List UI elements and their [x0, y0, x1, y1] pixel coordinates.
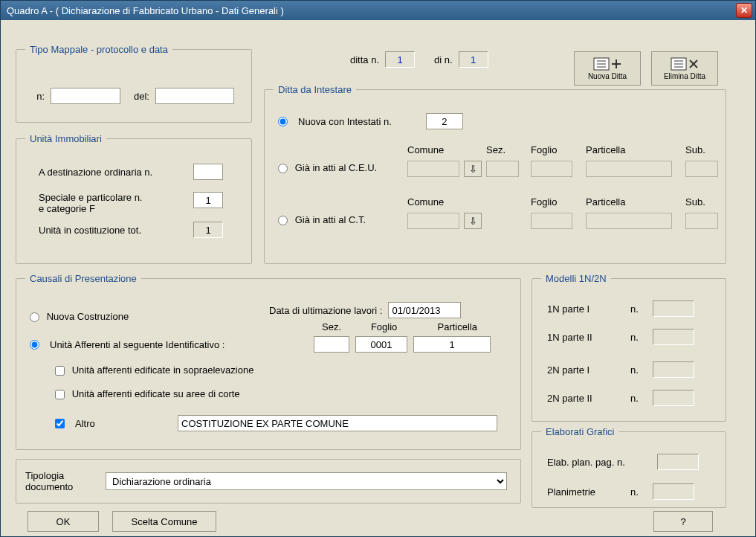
- elab-v1: [657, 454, 699, 470]
- top-buttons: Nuova Ditta Elimina Ditta: [574, 51, 718, 86]
- elaborati-legend: Elaborati Grafici: [541, 426, 618, 437]
- hdr-part-1: Particella: [586, 144, 625, 155]
- hdr-comune-1: Comune: [407, 144, 444, 155]
- modelli-n2: n.: [630, 332, 647, 343]
- chk-sopraelevazione[interactable]: [55, 366, 65, 376]
- tipo-n-input[interactable]: [51, 88, 120, 104]
- ceu-lookup-button[interactable]: ⇩: [464, 161, 482, 177]
- nuova-ditta-button[interactable]: Nuova Ditta: [574, 51, 641, 86]
- modelli-r1: 1N parte I: [547, 303, 624, 315]
- chk-aree-corte[interactable]: [55, 390, 65, 399]
- ditta-numbers: ditta n. di n.: [350, 51, 488, 68]
- modelli-v4: [653, 390, 694, 406]
- modelli-r3: 2N parte I: [547, 364, 624, 376]
- hdr-foglio-2: Foglio: [531, 196, 557, 208]
- radio-unita-afferenti[interactable]: [30, 340, 39, 350]
- gia-ct-label: Già in atti al C.T.: [295, 214, 366, 225]
- hdr-sub-1: Sub.: [685, 144, 705, 155]
- window: Quadro A - ( Dichiarazione di Fabbricato…: [0, 0, 756, 537]
- nuova-ditta-icon: [593, 57, 621, 71]
- gia-ceu-label: Già in atti al C.E.U.: [295, 162, 378, 173]
- radio-gia-ct[interactable]: [278, 216, 288, 225]
- speciale-label2: e categorie F: [39, 203, 95, 214]
- ceu-sub: [685, 161, 718, 177]
- di-n-value: [459, 51, 488, 68]
- ct-lookup-button[interactable]: ⇩: [464, 213, 482, 229]
- tipologia-label: Tipologia: [25, 470, 64, 481]
- elaborati-group: Elaborati Grafici Elab. plan. pag. n. Pl…: [532, 426, 726, 508]
- altro-input[interactable]: [178, 415, 497, 431]
- elimina-ditta-button[interactable]: Elimina Ditta: [651, 51, 718, 86]
- titlebar: Quadro A - ( Dichiarazione di Fabbricato…: [1, 1, 755, 20]
- unita-immobiliari-group: Unità Immobiliari A destinazione ordinar…: [16, 133, 252, 264]
- particella-input[interactable]: [413, 336, 491, 353]
- modelli-n4: n.: [630, 393, 647, 404]
- nuova-intestati-label: Nuova con Intestati n.: [298, 116, 392, 127]
- elab-v2: [653, 483, 694, 500]
- elab-r2: Planimetrie: [547, 486, 624, 498]
- unita-afferenti-label: Unità Afferenti al seguente Identificati…: [50, 339, 224, 350]
- modelli-n3: n.: [630, 364, 647, 376]
- ct-part: [586, 213, 672, 229]
- close-button[interactable]: ✕: [736, 3, 752, 18]
- chk-aree-label: Unità afferenti edificate su aree di cor…: [72, 388, 240, 399]
- elab-r1: Elab. plan. pag. n.: [547, 457, 651, 468]
- ct-comune: [407, 213, 459, 229]
- tipologia-group: Tipologia documento Dichiarazione ordina…: [16, 459, 521, 504]
- in-cost-label: Unità in costituzione tot.: [39, 225, 187, 236]
- ditta-intestare-legend: Ditta da Intestare: [274, 84, 356, 95]
- client-area: ditta n. di n. Nuova Ditta Elimina Di: [1, 20, 755, 536]
- tipo-mappale-legend: Tipo Mappale - protocollo e data: [25, 44, 172, 55]
- close-icon: ✕: [740, 5, 748, 16]
- hdr-sub-2: Sub.: [685, 196, 705, 208]
- ditta-n-value: [385, 51, 415, 68]
- tipologia-select[interactable]: Dichiarazione ordinaria: [106, 472, 507, 490]
- arrow-down-icon: ⇩: [469, 216, 477, 227]
- unita-immobiliari-legend: Unità Immobiliari: [25, 133, 106, 144]
- nuova-costruzione-label: Nuova Costruzione: [47, 311, 129, 322]
- sez-hdr: Sez.: [314, 321, 349, 332]
- arrow-down-icon: ⇩: [469, 164, 477, 175]
- scelta-comune-button[interactable]: Scelta Comune: [112, 511, 216, 532]
- modelli-v3: [653, 361, 694, 378]
- modelli-n1: n.: [630, 303, 647, 315]
- elimina-ditta-label: Elimina Ditta: [664, 72, 705, 80]
- part-hdr: Particella: [419, 321, 496, 332]
- sez-input[interactable]: [314, 336, 349, 353]
- ceu-sez: [486, 161, 519, 177]
- ceu-comune: [407, 161, 459, 177]
- radio-gia-ceu[interactable]: [278, 164, 288, 173]
- causali-legend: Causali di Presentazione: [25, 273, 141, 284]
- ct-foglio: [531, 213, 572, 229]
- in-cost-value: [193, 222, 223, 238]
- data-ultim-input[interactable]: [388, 302, 461, 318]
- hdr-comune-2: Comune: [407, 196, 444, 208]
- radio-nuova-intestati[interactable]: [278, 117, 288, 126]
- tipo-mappale-group: Tipo Mappale - protocollo e data n: del:: [16, 44, 252, 123]
- ceu-foglio: [531, 161, 572, 177]
- nuova-intestati-input[interactable]: [426, 113, 463, 129]
- speciale-label1: Speciale e particolare n.: [39, 192, 142, 203]
- speciale-input[interactable]: [193, 192, 223, 208]
- foglio-input[interactable]: [355, 336, 407, 353]
- ok-button[interactable]: OK: [28, 511, 99, 532]
- elab-n2: n.: [630, 486, 647, 498]
- a-dest-ord-label: A destinazione ordinaria n.: [39, 167, 187, 178]
- modelli-legend: Modelli 1N/2N: [541, 273, 611, 284]
- help-button[interactable]: ?: [653, 511, 713, 532]
- chk-altro[interactable]: [55, 419, 65, 428]
- modelli-r2: 1N parte II: [547, 332, 624, 343]
- a-dest-ord-input[interactable]: [193, 164, 223, 180]
- radio-nuova-costruzione[interactable]: [30, 312, 39, 322]
- di-n-label: di n.: [434, 54, 453, 65]
- chk-altro-label: Altro: [75, 418, 172, 429]
- tipo-del-input[interactable]: [155, 88, 234, 104]
- hdr-part-2: Particella: [586, 196, 625, 208]
- chk-sopra-label: Unità afferenti edificate in sopraelevaz…: [72, 364, 254, 376]
- tipo-del-label: del:: [134, 91, 149, 102]
- foglio-hdr: Foglio: [358, 321, 410, 332]
- modelli-r4: 2N parte II: [547, 393, 624, 404]
- hdr-foglio-1: Foglio: [531, 144, 557, 155]
- modelli-v1: [653, 300, 694, 317]
- window-title: Quadro A - ( Dichiarazione di Fabbricato…: [4, 5, 736, 16]
